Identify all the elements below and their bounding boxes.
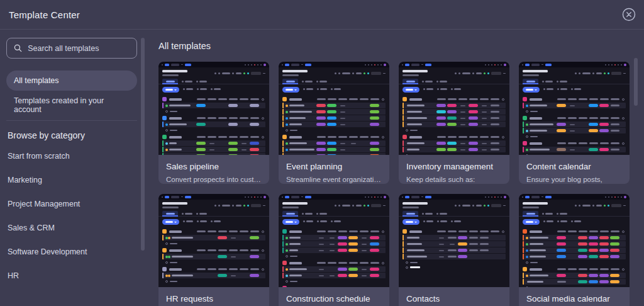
template-card-event-planning[interactable]: Event planningStreamline event organizat… xyxy=(279,62,389,184)
sidebar-category-hr[interactable]: HR xyxy=(6,264,137,288)
tab-chip[interactable] xyxy=(196,81,207,82)
cell xyxy=(369,123,380,126)
tab-chip[interactable] xyxy=(182,81,192,82)
new-item-button[interactable] xyxy=(282,219,299,225)
tab-main-table[interactable] xyxy=(162,79,178,84)
add-item-row[interactable] xyxy=(402,128,506,132)
tab-main-table[interactable] xyxy=(523,79,538,84)
toolbar-chip[interactable] xyxy=(183,220,193,222)
tab-chip[interactable] xyxy=(316,81,327,82)
toolbar-chip[interactable] xyxy=(317,220,327,222)
tab-chip[interactable] xyxy=(302,81,313,82)
toolbar-chip[interactable] xyxy=(303,220,313,222)
tab-main-table[interactable] xyxy=(402,79,418,84)
toolbar-chip[interactable] xyxy=(211,88,221,90)
search-input[interactable] xyxy=(28,44,130,53)
toolbar-chip[interactable] xyxy=(437,220,447,222)
sidebar-item-templates-created-in-your-account[interactable]: Templates created in your account xyxy=(6,95,137,115)
toolbar-chip[interactable] xyxy=(303,88,313,90)
toolbar-chip[interactable] xyxy=(571,220,581,222)
tab-main-table[interactable] xyxy=(402,211,418,216)
sidebar-category-project-management[interactable]: Project Management xyxy=(6,192,137,216)
plus-circle-icon xyxy=(165,280,168,283)
add-item-row[interactable] xyxy=(282,128,386,132)
sidebar-category-sales-crm[interactable]: Sales & CRM xyxy=(6,216,137,240)
sidebar-category-software-development[interactable]: Software Development xyxy=(6,240,137,264)
add-item-row[interactable] xyxy=(402,265,506,269)
tab-chip[interactable] xyxy=(542,81,553,82)
tab-chip[interactable] xyxy=(436,81,447,82)
toolbar-chip[interactable] xyxy=(423,220,433,222)
main-scrollbar-thumb[interactable] xyxy=(634,58,638,106)
new-item-button[interactable] xyxy=(402,87,419,93)
toolbar-chip[interactable] xyxy=(423,88,433,90)
tab-chip[interactable] xyxy=(436,213,447,215)
add-item-row[interactable] xyxy=(523,260,626,264)
close-button[interactable] xyxy=(622,8,636,21)
add-item-row[interactable] xyxy=(282,279,386,283)
tab-chip[interactable] xyxy=(182,213,192,215)
toolbar-chip[interactable] xyxy=(543,88,553,90)
new-item-button[interactable] xyxy=(523,87,540,93)
mock-dot xyxy=(579,72,580,74)
template-card-construction-schedule[interactable]: Construction schedule xyxy=(279,194,389,306)
add-item-row[interactable] xyxy=(162,241,265,246)
toolbar-chip[interactable] xyxy=(437,88,447,90)
new-item-button[interactable] xyxy=(402,219,419,225)
new-item-button[interactable] xyxy=(162,87,179,93)
template-card-social-media-calendar[interactable]: Social media calendar xyxy=(519,194,630,306)
add-item-row[interactable] xyxy=(162,279,265,283)
toolbar-chip[interactable] xyxy=(197,220,207,222)
new-item-button[interactable] xyxy=(282,87,299,93)
template-card-content-calendar[interactable]: Content calendarEnsure your blog posts, … xyxy=(519,62,630,184)
sidebar-category-marketing[interactable]: Marketing xyxy=(6,168,137,192)
toolbar-chip[interactable] xyxy=(317,88,327,90)
toolbar-chip[interactable] xyxy=(543,220,553,222)
add-item-bar xyxy=(290,281,297,282)
status-dot xyxy=(168,237,170,239)
tab-chip[interactable] xyxy=(422,213,433,215)
tab-main-table[interactable] xyxy=(523,211,538,216)
toolbar-chip[interactable] xyxy=(331,220,341,222)
toolbar-chip[interactable] xyxy=(451,88,461,90)
template-thumbnail xyxy=(519,62,630,155)
cell-bar xyxy=(229,249,238,251)
sidebar-category-start-from-scratch[interactable]: Start from scratch xyxy=(6,144,137,168)
new-item-button[interactable] xyxy=(523,219,540,225)
tab-chip[interactable] xyxy=(316,213,327,215)
new-item-button[interactable] xyxy=(162,219,179,225)
toolbar-chip[interactable] xyxy=(451,220,461,222)
toolbar-chip[interactable] xyxy=(331,88,341,90)
template-card-inventory-management[interactable]: Inventory managementKeep details such as… xyxy=(399,62,509,184)
tab-chip[interactable] xyxy=(542,213,553,215)
search-box[interactable] xyxy=(6,38,137,59)
sidebar-item-all-templates[interactable]: All templates xyxy=(6,71,137,91)
add-item-row[interactable] xyxy=(162,109,265,113)
toolbar-chip[interactable] xyxy=(211,220,221,222)
toolbar-chip[interactable] xyxy=(557,220,567,222)
add-item-row[interactable] xyxy=(282,254,386,258)
add-item-row[interactable] xyxy=(162,128,265,132)
add-item-row[interactable] xyxy=(402,260,506,264)
toolbar-chip[interactable] xyxy=(183,88,193,90)
toolbar-chip[interactable] xyxy=(557,88,567,90)
tab-chip[interactable] xyxy=(557,213,567,215)
tab-main-table[interactable] xyxy=(162,211,178,216)
toolbar-chip[interactable] xyxy=(571,88,581,90)
add-item-row[interactable] xyxy=(523,109,626,113)
toolbar-chip[interactable] xyxy=(197,88,207,90)
tab-chip[interactable] xyxy=(302,213,313,215)
tab-main-table[interactable] xyxy=(282,79,298,84)
cell-dash xyxy=(570,124,575,125)
tab-chip[interactable] xyxy=(557,81,567,82)
thumb-group xyxy=(523,266,626,287)
template-card-hr-requests[interactable]: HR requests xyxy=(158,194,269,306)
template-card-contacts[interactable]: Contacts xyxy=(399,194,509,306)
template-card-sales-pipeline[interactable]: Sales pipelineConvert prospects into cus… xyxy=(158,62,269,184)
tab-chip[interactable] xyxy=(196,213,207,215)
add-item-row[interactable] xyxy=(162,260,265,264)
tab-main-table[interactable] xyxy=(282,211,298,216)
row-cells xyxy=(556,249,626,252)
add-item-row[interactable] xyxy=(523,134,626,139)
tab-chip[interactable] xyxy=(422,81,433,82)
